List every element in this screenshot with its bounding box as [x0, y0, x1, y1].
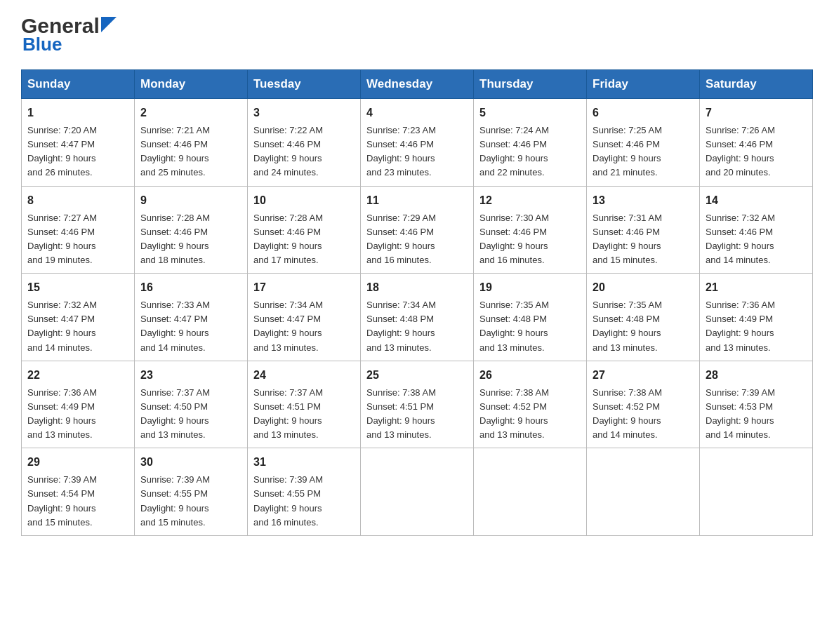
- day-info: Sunrise: 7:27 AMSunset: 4:46 PMDaylight:…: [27, 211, 128, 268]
- day-number: 11: [366, 192, 468, 209]
- day-number: 1: [27, 105, 128, 121]
- day-info: Sunrise: 7:28 AMSunset: 4:46 PMDaylight:…: [140, 211, 241, 268]
- calendar-cell: 23Sunrise: 7:37 AMSunset: 4:50 PMDayligh…: [135, 361, 248, 448]
- day-header-saturday: Saturday: [700, 70, 813, 99]
- calendar-cell: 20Sunrise: 7:35 AMSunset: 4:48 PMDayligh…: [587, 274, 700, 361]
- day-info: Sunrise: 7:36 AMSunset: 4:49 PMDaylight:…: [27, 386, 128, 443]
- day-number: 9: [140, 192, 241, 209]
- week-row-3: 15Sunrise: 7:32 AMSunset: 4:47 PMDayligh…: [22, 274, 813, 361]
- day-info: Sunrise: 7:32 AMSunset: 4:47 PMDaylight:…: [27, 298, 128, 355]
- logo-triangle-icon: [101, 17, 117, 32]
- calendar-cell: 4Sunrise: 7:23 AMSunset: 4:46 PMDaylight…: [361, 99, 474, 187]
- day-info: Sunrise: 7:29 AMSunset: 4:46 PMDaylight:…: [366, 211, 468, 268]
- day-number: 2: [140, 105, 241, 121]
- day-number: 23: [140, 367, 241, 384]
- day-header-thursday: Thursday: [474, 70, 587, 99]
- calendar-cell: 16Sunrise: 7:33 AMSunset: 4:47 PMDayligh…: [135, 274, 248, 361]
- day-number: 24: [253, 367, 355, 384]
- day-header-wednesday: Wednesday: [361, 70, 474, 99]
- day-number: 17: [253, 279, 355, 296]
- day-info: Sunrise: 7:38 AMSunset: 4:52 PMDaylight:…: [479, 386, 581, 443]
- day-number: 6: [593, 105, 694, 121]
- day-info: Sunrise: 7:39 AMSunset: 4:55 PMDaylight:…: [140, 473, 241, 530]
- calendar-cell: [700, 448, 813, 536]
- day-info: Sunrise: 7:30 AMSunset: 4:46 PMDaylight:…: [479, 211, 581, 268]
- calendar-cell: 28Sunrise: 7:39 AMSunset: 4:53 PMDayligh…: [700, 361, 813, 448]
- day-info: Sunrise: 7:20 AMSunset: 4:47 PMDaylight:…: [27, 123, 128, 180]
- day-info: Sunrise: 7:33 AMSunset: 4:47 PMDaylight:…: [140, 298, 241, 355]
- calendar-cell: 19Sunrise: 7:35 AMSunset: 4:48 PMDayligh…: [474, 274, 587, 361]
- day-info: Sunrise: 7:39 AMSunset: 4:54 PMDaylight:…: [27, 473, 128, 530]
- day-info: Sunrise: 7:35 AMSunset: 4:48 PMDaylight:…: [593, 298, 694, 355]
- calendar-cell: 11Sunrise: 7:29 AMSunset: 4:46 PMDayligh…: [361, 186, 474, 274]
- calendar-cell: 10Sunrise: 7:28 AMSunset: 4:46 PMDayligh…: [248, 186, 361, 274]
- day-number: 13: [593, 192, 694, 209]
- day-number: 12: [479, 192, 581, 209]
- day-number: 4: [366, 105, 468, 121]
- calendar-cell: 12Sunrise: 7:30 AMSunset: 4:46 PMDayligh…: [474, 186, 587, 274]
- day-info: Sunrise: 7:39 AMSunset: 4:55 PMDaylight:…: [253, 473, 355, 530]
- day-number: 29: [27, 454, 128, 471]
- day-number: 26: [479, 367, 581, 384]
- day-info: Sunrise: 7:39 AMSunset: 4:53 PMDaylight:…: [706, 386, 807, 443]
- day-header-tuesday: Tuesday: [248, 70, 361, 99]
- day-header-friday: Friday: [587, 70, 700, 99]
- day-number: 18: [366, 279, 468, 296]
- day-number: 8: [27, 192, 128, 209]
- calendar-cell: 2Sunrise: 7:21 AMSunset: 4:46 PMDaylight…: [135, 99, 248, 187]
- calendar-cell: 29Sunrise: 7:39 AMSunset: 4:54 PMDayligh…: [22, 448, 135, 536]
- day-number: 5: [479, 105, 581, 121]
- calendar-cell: 14Sunrise: 7:32 AMSunset: 4:46 PMDayligh…: [700, 186, 813, 274]
- calendar-cell: 13Sunrise: 7:31 AMSunset: 4:46 PMDayligh…: [587, 186, 700, 274]
- calendar-cell: 25Sunrise: 7:38 AMSunset: 4:51 PMDayligh…: [361, 361, 474, 448]
- day-number: 19: [479, 279, 581, 296]
- calendar-cell: 6Sunrise: 7:25 AMSunset: 4:46 PMDaylight…: [587, 99, 700, 187]
- day-headers-row: SundayMondayTuesdayWednesdayThursdayFrid…: [22, 70, 813, 99]
- day-number: 31: [253, 454, 355, 471]
- calendar-cell: 15Sunrise: 7:32 AMSunset: 4:47 PMDayligh…: [22, 274, 135, 361]
- calendar-cell: 8Sunrise: 7:27 AMSunset: 4:46 PMDaylight…: [22, 186, 135, 274]
- day-info: Sunrise: 7:28 AMSunset: 4:46 PMDaylight:…: [253, 211, 355, 268]
- day-info: Sunrise: 7:38 AMSunset: 4:52 PMDaylight:…: [593, 386, 694, 443]
- day-info: Sunrise: 7:24 AMSunset: 4:46 PMDaylight:…: [479, 123, 581, 180]
- calendar-cell: 18Sunrise: 7:34 AMSunset: 4:48 PMDayligh…: [361, 274, 474, 361]
- day-header-sunday: Sunday: [22, 70, 135, 99]
- day-info: Sunrise: 7:22 AMSunset: 4:46 PMDaylight:…: [253, 123, 355, 180]
- calendar-cell: 26Sunrise: 7:38 AMSunset: 4:52 PMDayligh…: [474, 361, 587, 448]
- calendar-cell: 27Sunrise: 7:38 AMSunset: 4:52 PMDayligh…: [587, 361, 700, 448]
- week-row-5: 29Sunrise: 7:39 AMSunset: 4:54 PMDayligh…: [22, 448, 813, 536]
- svg-marker-0: [101, 17, 117, 32]
- logo-blue-text: Blue: [22, 34, 62, 55]
- day-info: Sunrise: 7:34 AMSunset: 4:47 PMDaylight:…: [253, 298, 355, 355]
- page-header: General Blue: [21, 14, 813, 55]
- week-row-1: 1Sunrise: 7:20 AMSunset: 4:47 PMDaylight…: [22, 99, 813, 187]
- week-row-2: 8Sunrise: 7:27 AMSunset: 4:46 PMDaylight…: [22, 186, 813, 274]
- day-header-monday: Monday: [135, 70, 248, 99]
- day-info: Sunrise: 7:36 AMSunset: 4:49 PMDaylight:…: [706, 298, 807, 355]
- day-number: 7: [706, 105, 807, 121]
- day-number: 22: [27, 367, 128, 384]
- day-info: Sunrise: 7:38 AMSunset: 4:51 PMDaylight:…: [366, 386, 468, 443]
- day-info: Sunrise: 7:21 AMSunset: 4:46 PMDaylight:…: [140, 123, 241, 180]
- day-number: 3: [253, 105, 355, 121]
- calendar-cell: 1Sunrise: 7:20 AMSunset: 4:47 PMDaylight…: [22, 99, 135, 187]
- calendar-cell: 3Sunrise: 7:22 AMSunset: 4:46 PMDaylight…: [248, 99, 361, 187]
- day-number: 25: [366, 367, 468, 384]
- day-info: Sunrise: 7:31 AMSunset: 4:46 PMDaylight:…: [593, 211, 694, 268]
- calendar-cell: [361, 448, 474, 536]
- day-info: Sunrise: 7:37 AMSunset: 4:50 PMDaylight:…: [140, 386, 241, 443]
- calendar-cell: 30Sunrise: 7:39 AMSunset: 4:55 PMDayligh…: [135, 448, 248, 536]
- day-number: 16: [140, 279, 241, 296]
- calendar-cell: 9Sunrise: 7:28 AMSunset: 4:46 PMDaylight…: [135, 186, 248, 274]
- week-row-4: 22Sunrise: 7:36 AMSunset: 4:49 PMDayligh…: [22, 361, 813, 448]
- calendar-cell: 5Sunrise: 7:24 AMSunset: 4:46 PMDaylight…: [474, 99, 587, 187]
- calendar-table: SundayMondayTuesdayWednesdayThursdayFrid…: [21, 69, 813, 536]
- day-number: 15: [27, 279, 128, 296]
- logo: General Blue: [21, 14, 117, 55]
- calendar-cell: [474, 448, 587, 536]
- calendar-cell: 7Sunrise: 7:26 AMSunset: 4:46 PMDaylight…: [700, 99, 813, 187]
- day-info: Sunrise: 7:26 AMSunset: 4:46 PMDaylight:…: [706, 123, 807, 180]
- day-number: 28: [706, 367, 807, 384]
- day-number: 10: [253, 192, 355, 209]
- calendar-cell: 21Sunrise: 7:36 AMSunset: 4:49 PMDayligh…: [700, 274, 813, 361]
